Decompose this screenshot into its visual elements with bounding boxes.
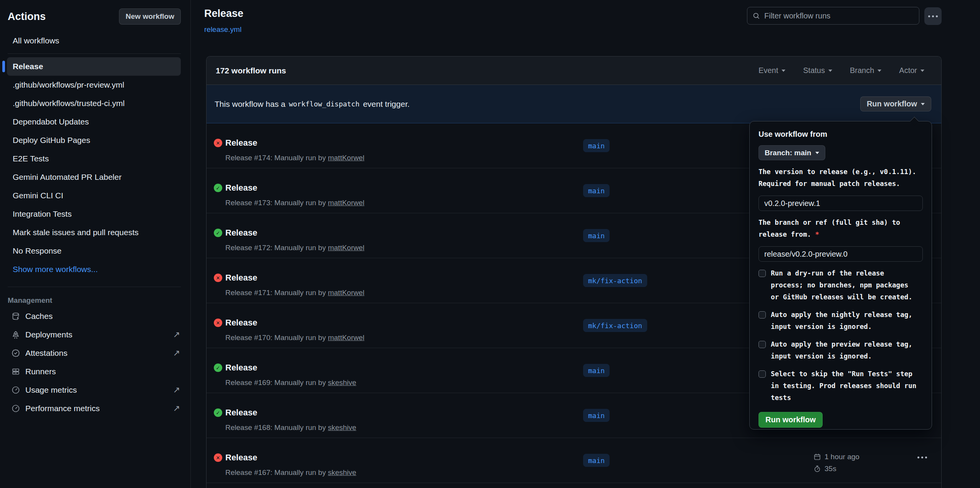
panel-title: Use workflow from	[759, 130, 923, 139]
filter-actor[interactable]: Actor	[899, 66, 924, 75]
version-field-label: The version to release (e.g., v0.1.11). …	[759, 166, 923, 190]
meter-icon	[11, 404, 20, 413]
actor-link[interactable]: skeshive	[328, 423, 356, 432]
branch-badge[interactable]: main	[583, 409, 610, 422]
branch-select-button[interactable]: Branch: main	[759, 145, 825, 160]
checkbox[interactable]	[759, 341, 766, 348]
run-title-link[interactable]: Release	[225, 273, 257, 283]
filter-event[interactable]: Event	[759, 66, 785, 75]
branch-badge[interactable]: main	[583, 229, 610, 242]
sidebar-management-item[interactable]: Runners ↗	[0, 362, 190, 381]
run-title-link[interactable]: Release	[225, 408, 257, 418]
chevron-down-icon	[921, 70, 924, 72]
external-link-icon: ↗	[173, 348, 180, 358]
search-icon	[752, 12, 760, 20]
actor-link[interactable]: mattKorwel	[328, 199, 364, 207]
failure-x-icon: ✕	[214, 274, 222, 282]
workflow-dispatch-banner: This workflow has a workflow_dispatch ev…	[207, 85, 941, 123]
failure-x-icon: ✕	[214, 453, 222, 462]
sidebar-workflow-item-6[interactable]: E2E Tests	[7, 149, 181, 168]
stopwatch-icon	[813, 465, 821, 473]
workflow-run-row[interactable]: ✕ Release Release #167: Manually run by …	[207, 438, 941, 483]
sidebar-workflow-item-5[interactable]: Deploy GitHub Pages	[7, 131, 181, 149]
workflow-options-kebab-button[interactable]	[924, 7, 942, 25]
banner-text-post: event trigger.	[363, 100, 410, 109]
checkbox[interactable]	[759, 370, 766, 378]
actor-link[interactable]: skeshive	[328, 378, 356, 387]
branch-badge[interactable]: main	[583, 364, 610, 377]
sidebar-workflow-item-4[interactable]: Dependabot Updates	[7, 113, 181, 131]
sidebar-management-item[interactable]: Caches ↗	[0, 307, 190, 325]
sidebar-divider	[8, 53, 181, 54]
meter-icon	[11, 385, 20, 395]
branch-badge[interactable]: main	[583, 139, 610, 152]
sidebar-workflow-item-7[interactable]: Gemini Automated PR Labeler	[7, 168, 181, 186]
actor-link[interactable]: mattKorwel	[328, 289, 364, 297]
server-icon	[11, 367, 20, 376]
run-workflow-dropdown-button[interactable]: Run workflow	[860, 96, 931, 111]
branch-badge[interactable]: main	[583, 184, 610, 197]
run-workflow-submit-button[interactable]: Run workflow	[759, 412, 823, 428]
failure-x-icon: ✕	[214, 319, 222, 327]
run-description: Release #171: Manually run by mattKorwel	[225, 289, 364, 297]
run-description: Release #173: Manually run by mattKorwel	[225, 199, 364, 207]
filter-workflow-runs-input[interactable]	[764, 12, 914, 20]
run-title-link[interactable]: Release	[225, 138, 257, 148]
actor-link[interactable]: skeshive	[328, 468, 356, 476]
checkbox[interactable]	[759, 311, 766, 319]
sidebar-workflow-item-8[interactable]: Gemini CLI CI	[7, 186, 181, 205]
kebab-icon	[928, 15, 930, 17]
run-workflow-panel: Use workflow from Branch: main The versi…	[749, 121, 932, 430]
banner-text-pre: This workflow has a	[215, 100, 285, 109]
chevron-down-icon	[828, 70, 832, 72]
run-title-link[interactable]: Release	[225, 363, 257, 373]
actor-link[interactable]: mattKorwel	[328, 334, 364, 342]
filter-status[interactable]: Status	[803, 66, 832, 75]
run-description: Release #170: Manually run by mattKorwel	[225, 334, 364, 342]
run-kebab-button[interactable]	[917, 456, 927, 458]
run-description: Release #167: Manually run by skeshive	[225, 468, 356, 477]
sidebar-workflow-item-9[interactable]: Integration Tests	[7, 205, 181, 223]
success-check-icon: ✓	[214, 229, 222, 237]
panel-checkbox-row: Select to skip the "Run Tests" step in t…	[759, 368, 923, 404]
sidebar-workflow-item-2[interactable]: .github/workflows/pr-review.yml	[7, 76, 181, 94]
filter-branch[interactable]: Branch	[850, 66, 881, 75]
success-check-icon: ✓	[214, 184, 222, 192]
checkbox[interactable]	[759, 270, 766, 277]
sidebar-item-all-workflows[interactable]: All workflows	[13, 36, 190, 45]
sidebar-management-item[interactable]: Deployments ↗	[0, 325, 190, 344]
chevron-down-icon	[782, 70, 785, 72]
badge-check-icon	[11, 349, 20, 358]
chevron-down-icon	[878, 70, 881, 72]
sidebar-workflow-item-3[interactable]: .github/workflows/trusted-ci.yml	[7, 94, 181, 113]
sidebar-workflow-item-11[interactable]: No Response	[7, 242, 181, 260]
run-description: Release #168: Manually run by skeshive	[225, 423, 356, 432]
sidebar-workflow-item-1[interactable]: Release	[7, 57, 181, 76]
sidebar-workflow-item-12[interactable]: Show more workflows...	[7, 260, 181, 279]
sidebar-management-item[interactable]: Attestations ↗	[0, 344, 190, 362]
workflow-file-link[interactable]: release.yml	[204, 25, 241, 34]
success-check-icon: ✓	[214, 364, 222, 372]
version-input[interactable]	[759, 196, 923, 211]
run-title-link[interactable]: Release	[225, 318, 257, 328]
run-title-link[interactable]: Release	[225, 183, 257, 193]
run-description: Release #172: Manually run by mattKorwel	[225, 244, 364, 252]
run-title-link[interactable]: Release	[225, 453, 257, 463]
new-workflow-button[interactable]: New workflow	[119, 8, 181, 25]
calendar-icon	[813, 453, 821, 461]
run-description: Release #169: Manually run by skeshive	[225, 378, 356, 387]
sidebar-management-item[interactable]: Usage metrics ↗	[0, 381, 190, 399]
run-meta: 1 hour ago 35s	[813, 453, 859, 473]
sidebar-management-item[interactable]: Performance metrics ↗	[0, 399, 190, 418]
branch-badge[interactable]: mk/fix-action	[583, 274, 647, 287]
panel-checkbox-row: Run a dry-run of the release process; no…	[759, 267, 923, 303]
ref-input[interactable]	[759, 246, 923, 262]
panel-checkboxes: Run a dry-run of the release process; no…	[759, 267, 923, 404]
sidebar-workflow-item-10[interactable]: Mark stale issues and pull requests	[7, 223, 181, 242]
run-title-link[interactable]: Release	[225, 228, 257, 238]
branch-badge[interactable]: mk/fix-action	[583, 319, 647, 332]
management-list: Caches ↗ Deployments ↗ Attestations ↗ Ru…	[0, 307, 190, 418]
actor-link[interactable]: mattKorwel	[328, 244, 364, 252]
branch-badge[interactable]: main	[583, 454, 610, 467]
actor-link[interactable]: mattKorwel	[328, 154, 364, 162]
